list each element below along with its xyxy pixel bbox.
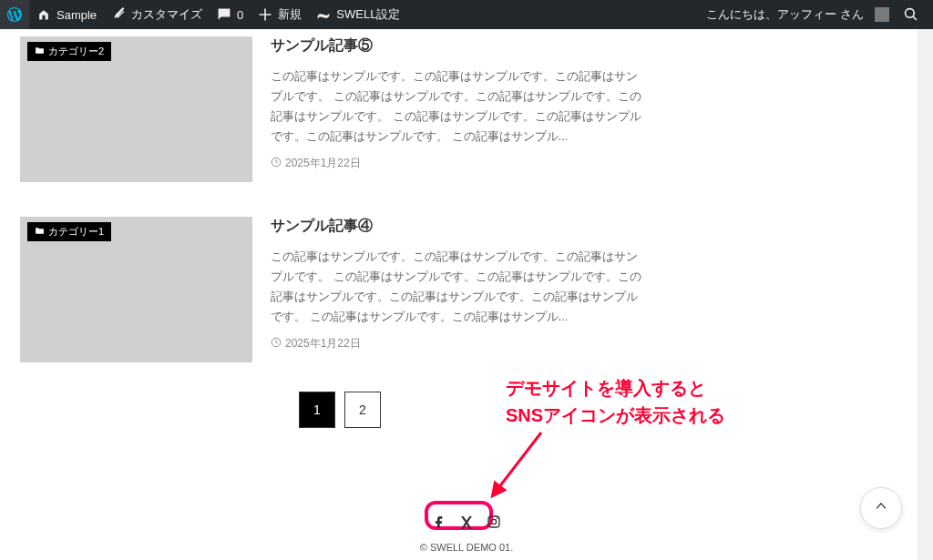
svg-point-4 xyxy=(491,519,496,524)
brush-icon xyxy=(111,7,126,22)
copyright-text: © SWELL DEMO 01. xyxy=(0,542,933,553)
user-greeting-link[interactable]: こんにちは、アッフィー さん xyxy=(699,0,897,29)
plus-icon xyxy=(258,7,272,22)
category-badge: カテゴリー2 xyxy=(27,42,111,61)
clock-icon xyxy=(271,157,282,170)
comment-icon xyxy=(217,7,231,22)
category-badge: カテゴリー1 xyxy=(27,222,111,241)
post-date-text: 2025年1月22日 xyxy=(285,156,361,171)
new-content-link[interactable]: 新規 xyxy=(251,0,309,29)
folder-icon xyxy=(35,226,45,238)
annotation-line: デモサイトを導入すると xyxy=(506,374,725,402)
site-name-label: Sample xyxy=(56,8,97,22)
post-item[interactable]: カテゴリー2 サンプル記事⑤ この記事はサンプルです。この記事はサンプルです。こ… xyxy=(20,36,913,182)
instagram-icon[interactable] xyxy=(487,514,501,533)
swell-icon xyxy=(316,7,331,22)
page-number-link[interactable]: 2 xyxy=(344,392,381,428)
search-icon xyxy=(904,7,918,22)
post-date: 2025年1月22日 xyxy=(271,156,648,171)
scrollbar-track[interactable] xyxy=(918,0,933,560)
avatar xyxy=(875,7,889,22)
post-excerpt: この記事はサンプルです。この記事はサンプルです。この記事はサンプルです。 この記… xyxy=(271,247,648,327)
x-twitter-icon[interactable] xyxy=(459,514,474,533)
chevron-up-icon xyxy=(874,499,888,517)
comments-link[interactable]: 0 xyxy=(210,0,251,29)
annotation-line: SNSアイコンが表示される xyxy=(506,402,725,429)
site-name-link[interactable]: Sample xyxy=(29,0,104,29)
customize-label: カスタマイズ xyxy=(131,6,202,23)
search-toggle[interactable] xyxy=(897,0,926,29)
greeting-text: こんにちは、アッフィー さん xyxy=(706,6,864,23)
post-date: 2025年1月22日 xyxy=(271,336,648,351)
post-thumbnail: カテゴリー1 xyxy=(20,217,252,362)
customize-link[interactable]: カスタマイズ xyxy=(104,0,210,29)
sns-icon-list xyxy=(0,509,933,538)
post-thumbnail: カテゴリー2 xyxy=(20,36,252,182)
post-title: サンプル記事④ xyxy=(271,217,648,236)
annotation-text: デモサイトを導入すると SNSアイコンが表示される xyxy=(506,374,725,429)
post-item[interactable]: カテゴリー1 サンプル記事④ この記事はサンプルです。この記事はサンプルです。こ… xyxy=(20,217,913,362)
category-label: カテゴリー2 xyxy=(48,45,104,58)
home-icon xyxy=(36,7,51,22)
wordpress-icon xyxy=(7,7,22,22)
facebook-icon[interactable] xyxy=(432,514,446,533)
swell-settings-label: SWELL設定 xyxy=(336,6,400,23)
svg-point-5 xyxy=(497,518,498,520)
new-label: 新規 xyxy=(278,6,302,23)
back-to-top-button[interactable] xyxy=(860,487,902,529)
folder-icon xyxy=(35,46,45,57)
swell-settings-link[interactable]: SWELL設定 xyxy=(309,0,407,29)
post-date-text: 2025年1月22日 xyxy=(285,336,361,351)
wp-admin-bar: Sample カスタマイズ 0 新規 SWELL設定 xyxy=(0,0,933,29)
category-label: カテゴリー1 xyxy=(48,225,104,239)
post-excerpt: この記事はサンプルです。この記事はサンプルです。この記事はサンプルです。 この記… xyxy=(271,66,648,147)
comments-count: 0 xyxy=(237,8,243,22)
wp-logo-menu[interactable] xyxy=(0,0,29,29)
page-number-current[interactable]: 1 xyxy=(299,392,335,428)
footer: © SWELL DEMO 01. xyxy=(0,509,933,553)
clock-icon xyxy=(271,337,282,351)
post-title: サンプル記事⑤ xyxy=(271,36,648,56)
